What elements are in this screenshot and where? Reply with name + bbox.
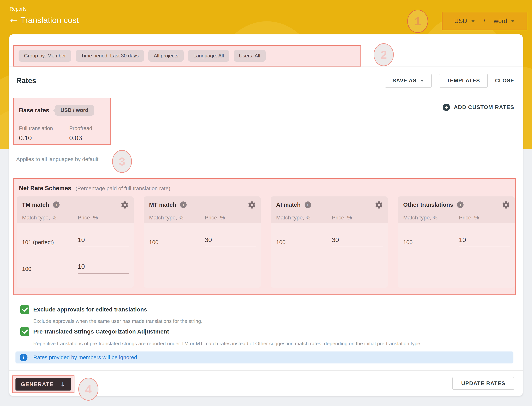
- net-rate-schemes-annotation-box: Net Rate Schemes (Percentage paid of ful…: [13, 178, 516, 295]
- update-rates-button[interactable]: UPDATE RATES: [452, 377, 514, 390]
- annotation-step-2: 2: [374, 43, 394, 66]
- templates-button[interactable]: TEMPLATES: [439, 74, 488, 87]
- settings-gear-icon[interactable]: [120, 201, 129, 209]
- match-type-column-header: Match type, %: [149, 215, 205, 221]
- generate-annotation-box: GENERATE ↓: [12, 376, 74, 393]
- price-input[interactable]: 30: [332, 236, 383, 247]
- page-title: Translation cost: [21, 15, 79, 25]
- unit-select[interactable]: word: [494, 17, 515, 25]
- info-banner: i Rates provided by members will be igno…: [15, 351, 513, 363]
- price-column-header: Price, %: [78, 215, 129, 221]
- annotation-step-4: 4: [78, 378, 98, 401]
- price-input[interactable]: 10: [78, 236, 129, 247]
- currency-value: USD: [454, 17, 467, 25]
- info-banner-text: Rates provided by members will be ignore…: [33, 354, 137, 361]
- other-translations-title: Other translations: [403, 202, 453, 208]
- exclude-approvals-checkbox[interactable]: [20, 305, 29, 314]
- currency-unit-selector: USD / word: [442, 12, 527, 30]
- save-as-button[interactable]: SAVE AS: [385, 74, 432, 87]
- info-icon[interactable]: i: [53, 202, 59, 208]
- filters-annotation-box: Group by: Member Time period: Last 30 da…: [13, 45, 361, 66]
- back-arrow-icon[interactable]: ←: [10, 15, 17, 25]
- mt-match-title: MT match: [149, 202, 176, 208]
- divider: [9, 93, 523, 93]
- other-translations-card: Other translations i Match type, % Price…: [398, 196, 515, 288]
- divider: [9, 66, 523, 67]
- download-arrow-icon: ↓: [60, 381, 66, 388]
- net-rate-schemes-title: Net Rate Schemes: [19, 185, 71, 192]
- pretranslated-adjustment-description: Repetitive translations of pre-translate…: [33, 341, 422, 347]
- breadcrumb[interactable]: Reports: [10, 6, 27, 12]
- tm-match-card: TM match i Match type, % Price, % 101 (p…: [17, 196, 134, 288]
- settings-gear-icon[interactable]: [502, 201, 510, 209]
- match-type-column-header: Match type, %: [403, 215, 459, 221]
- filter-chip-time-period[interactable]: Time period: Last 30 days: [76, 50, 144, 62]
- pretranslated-adjustment-label[interactable]: Pre-translated Strings Categorization Ad…: [33, 327, 169, 336]
- chevron-down-icon: [420, 80, 424, 82]
- chevron-down-icon: [471, 20, 475, 22]
- price-column-header: Price, %: [459, 215, 510, 221]
- applies-note: Applies to all languages by default: [16, 156, 98, 162]
- templates-label: TEMPLATES: [447, 78, 480, 84]
- match-type-value: 100: [22, 266, 78, 274]
- annotation-step-3: 3: [112, 150, 132, 173]
- full-translation-field: Full translation 0.10: [19, 125, 57, 145]
- currency-unit-badge: USD / word: [55, 105, 94, 116]
- pretranslated-adjustment-checkbox[interactable]: [20, 327, 29, 336]
- proofread-label: Proofread: [69, 125, 107, 131]
- currency-select[interactable]: USD: [454, 17, 475, 25]
- info-icon[interactable]: i: [457, 202, 464, 208]
- ai-match-title: AI match: [276, 202, 301, 208]
- rate-row: 101 (perfect) 10: [17, 236, 134, 247]
- price-column-header: Price, %: [332, 215, 383, 221]
- update-rates-label: UPDATE RATES: [461, 380, 505, 386]
- chevron-down-icon: [511, 20, 515, 22]
- generate-button[interactable]: GENERATE ↓: [15, 378, 71, 391]
- rates-section-title: Rates: [16, 77, 36, 85]
- filter-chip-group-by[interactable]: Group by: Member: [19, 50, 71, 62]
- filter-chip-language[interactable]: Language: All: [188, 50, 229, 62]
- match-type-value: 100: [276, 239, 332, 247]
- info-icon[interactable]: i: [180, 202, 187, 208]
- annotation-step-1: 1: [407, 10, 428, 33]
- info-icon[interactable]: i: [305, 202, 311, 208]
- price-input[interactable]: 30: [205, 236, 256, 247]
- price-input[interactable]: 10: [78, 263, 129, 274]
- exclude-approvals-description: Exclude approvals when the same user has…: [33, 318, 202, 324]
- proofread-input[interactable]: 0.03: [69, 134, 107, 145]
- ai-match-card: AI match i Match type, % Price, % 100 30: [271, 196, 388, 288]
- mt-match-card: MT match i Match type, % Price, % 100 30: [144, 196, 261, 288]
- match-type-value: 101 (perfect): [22, 239, 78, 247]
- info-icon: i: [20, 354, 28, 361]
- generate-label: GENERATE: [21, 381, 54, 387]
- match-type-value: 100: [149, 239, 205, 247]
- price-column-header: Price, %: [205, 215, 256, 221]
- currency-unit-separator: /: [483, 17, 485, 25]
- rates-actions: SAVE AS TEMPLATES CLOSE: [385, 74, 514, 87]
- base-rates-annotation-box: Base rates USD / word Full translation 0…: [13, 98, 111, 145]
- rate-row: 100 10: [17, 263, 134, 274]
- divider: [9, 370, 523, 371]
- close-button[interactable]: CLOSE: [495, 78, 514, 84]
- price-input[interactable]: 10: [459, 236, 510, 247]
- full-translation-input[interactable]: 0.10: [19, 134, 57, 145]
- rate-row: 100 10: [398, 236, 515, 247]
- match-type-value: 100: [403, 239, 459, 247]
- tm-match-title: TM match: [22, 202, 49, 208]
- exclude-approvals-label[interactable]: Exclude approvals for edited translation…: [33, 305, 147, 314]
- add-custom-rates-button[interactable]: + ADD CUSTOM RATES: [443, 104, 514, 111]
- full-translation-label: Full translation: [19, 125, 57, 131]
- unit-value: word: [494, 17, 507, 25]
- match-type-column-header: Match type, %: [276, 215, 332, 221]
- filter-chip-users[interactable]: Users: All: [233, 50, 266, 62]
- settings-gear-icon[interactable]: [375, 201, 383, 209]
- add-custom-rates-label: ADD CUSTOM RATES: [454, 104, 514, 110]
- rate-row: 100 30: [271, 236, 388, 247]
- filter-chip-projects[interactable]: All projects: [148, 50, 184, 62]
- save-as-label: SAVE AS: [393, 78, 416, 84]
- plus-icon: +: [443, 104, 450, 111]
- settings-gear-icon[interactable]: [248, 201, 256, 209]
- translation-cost-page: Reports ← Translation cost 1 USD / word …: [0, 0, 532, 406]
- proofread-field: Proofread 0.03: [69, 125, 107, 145]
- rate-row: 100 30: [144, 236, 261, 247]
